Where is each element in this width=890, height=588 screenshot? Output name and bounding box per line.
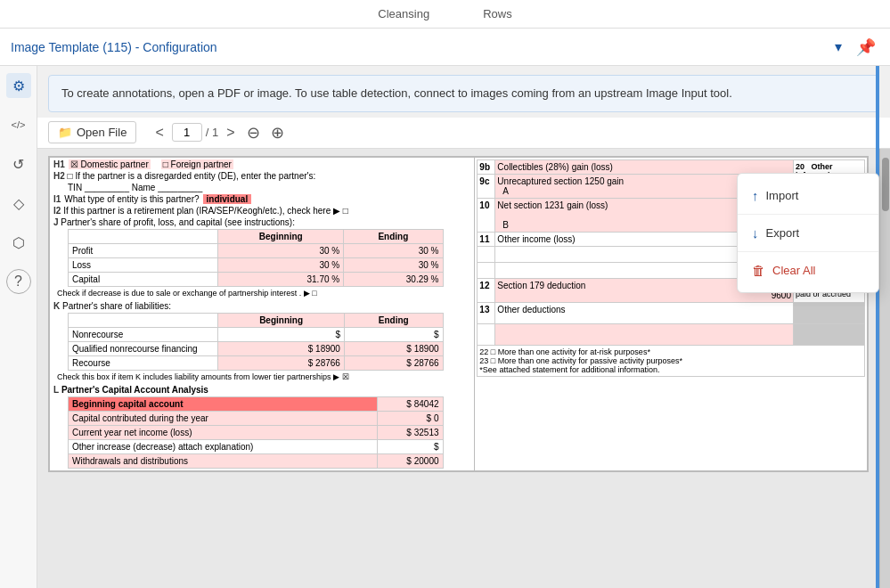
tag-icon[interactable]: ◇ [6, 191, 31, 216]
export-icon: ↓ [752, 225, 759, 241]
header-title: Image Template (115) - Configuration [11, 40, 831, 54]
open-file-button[interactable]: 📁 Open File [48, 121, 136, 143]
refresh-icon[interactable]: ↺ [6, 151, 31, 176]
top-navigation: Cleansing Rows [0, 0, 890, 29]
info-banner: To create annotations, open a PDF or ima… [48, 75, 879, 112]
settings-icon[interactable]: ⚙ [6, 73, 31, 98]
code-icon[interactable]: </> [6, 112, 31, 137]
zoom-in-button[interactable]: ⊕ [267, 121, 288, 144]
folder-icon: 📁 [58, 126, 72, 139]
page-total: / 1 [206, 126, 218, 139]
trash-icon: 🗑 [752, 263, 765, 278]
next-page-button[interactable]: > [222, 123, 239, 143]
divider2 [738, 251, 878, 252]
export-button[interactable]: ↓ Export [738, 216, 878, 249]
tab-rows[interactable]: Rows [474, 0, 521, 28]
clear-all-button[interactable]: 🗑 Clear All [738, 254, 878, 287]
import-icon: ↑ [752, 188, 759, 203]
tab-cleansing[interactable]: Cleansing [369, 0, 438, 28]
prev-page-button[interactable]: < [151, 123, 167, 143]
help-icon[interactable]: ? [6, 269, 31, 294]
main-layout: ⚙ </> ↺ ◇ ⬡ ? To create annotations, ope… [0, 66, 890, 588]
pin-icon[interactable]: 📌 [853, 36, 879, 59]
left-sidebar: ⚙ </> ↺ ◇ ⬡ ? [0, 66, 37, 588]
toolbar: 📁 Open File < / 1 > ⊖ ⊕ [37, 118, 890, 149]
action-panel: ↑ Import ↓ Export 🗑 Clear All [737, 173, 879, 293]
page-navigation: < / 1 > ⊖ ⊕ [151, 121, 287, 144]
import-button[interactable]: ↑ Import [738, 179, 878, 212]
chevron-down-icon[interactable]: ▾ [831, 37, 845, 57]
vertical-scrollbar[interactable] [879, 149, 890, 589]
cube-icon[interactable]: ⬡ [6, 230, 31, 255]
header-bar: Image Template (115) - Configuration ▾ 📌 [0, 29, 890, 66]
content-area: To create annotations, open a PDF or ima… [37, 66, 890, 588]
page-number-input[interactable] [172, 123, 202, 142]
zoom-out-button[interactable]: ⊖ [243, 121, 264, 144]
right-indicator [876, 66, 879, 588]
header-icons: ▾ 📌 [831, 36, 879, 59]
divider [738, 214, 878, 215]
scrollbar-thumb[interactable] [882, 158, 889, 211]
